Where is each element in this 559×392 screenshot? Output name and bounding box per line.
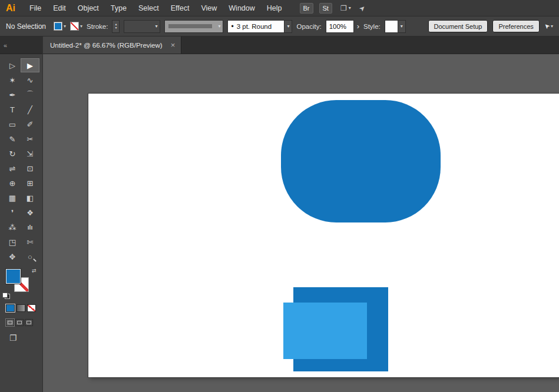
artboard[interactable] bbox=[88, 94, 559, 377]
document-column: Untitled-2* @ 66.67% (RGB/Preview) × bbox=[43, 36, 559, 392]
menu-type[interactable]: Type bbox=[105, 4, 133, 12]
magic-wand-tool[interactable]: ✶ bbox=[4, 74, 21, 87]
color-mode-button[interactable] bbox=[6, 304, 15, 312]
document-tab[interactable]: Untitled-2* @ 66.67% (RGB/Preview) × bbox=[43, 36, 181, 54]
default-fill-stroke-icon[interactable] bbox=[2, 293, 10, 299]
chevron-down-icon: ▾ bbox=[216, 21, 223, 32]
brush-value: 3 pt. Round bbox=[234, 23, 285, 30]
width-profile-preview bbox=[168, 24, 212, 28]
control-bar: No Selection ▾ ▾ Stroke: ▲ ▼ ▾ ▾ • 3 pt.… bbox=[0, 16, 559, 36]
curvature-tool[interactable]: ⌒ bbox=[21, 88, 39, 101]
fill-stroke-indicator: ⇄ bbox=[6, 269, 41, 298]
eyedropper-tool[interactable]: ❜ bbox=[4, 206, 21, 219]
document-tab-bar: Untitled-2* @ 66.67% (RGB/Preview) × bbox=[43, 36, 559, 54]
stroke-weight-stepper[interactable]: ▲ ▼ bbox=[112, 20, 120, 33]
tools-panel-header: « bbox=[0, 36, 42, 54]
menu-file[interactable]: File bbox=[24, 4, 47, 12]
stroke-none-swatch-icon bbox=[70, 22, 79, 31]
mesh-tool[interactable]: ▦ bbox=[4, 191, 21, 204]
artboard-tool[interactable]: ◳ bbox=[4, 235, 21, 248]
lasso-tool[interactable]: ∿ bbox=[21, 74, 39, 87]
slice-tool[interactable]: ✄ bbox=[21, 235, 39, 248]
fill-swatch-icon bbox=[54, 22, 62, 31]
stroke-label: Stroke: bbox=[87, 23, 108, 30]
gpu-performance-icon[interactable]: ➤ bbox=[357, 3, 367, 13]
rectangle-tool[interactable]: ▭ bbox=[4, 118, 21, 131]
illustrator-logo-icon: Ai bbox=[6, 3, 15, 14]
stroke-weight-select[interactable]: ▾ bbox=[124, 20, 160, 33]
scissors-tool[interactable]: ✂ bbox=[21, 132, 39, 145]
preferences-button[interactable]: Preferences bbox=[492, 20, 539, 32]
width-tool[interactable]: ⇌ bbox=[4, 162, 21, 175]
blend-tool[interactable]: ❖ bbox=[21, 206, 39, 219]
canvas-area[interactable] bbox=[43, 54, 559, 392]
collapse-panel-icon[interactable]: « bbox=[4, 42, 7, 49]
selection-tool[interactable]: ▶ bbox=[21, 59, 39, 72]
menu-view[interactable]: View bbox=[195, 4, 223, 12]
direct-selection-tool[interactable]: ▷ bbox=[4, 59, 21, 72]
chevron-down-icon: ▾ bbox=[64, 24, 66, 29]
rotate-tool[interactable]: ↻ bbox=[4, 147, 21, 160]
fill-color-control[interactable]: ▾ bbox=[54, 22, 66, 31]
document-setup-button[interactable]: Document Setup bbox=[428, 20, 488, 32]
none-mode-button[interactable] bbox=[27, 304, 36, 312]
opacity-input[interactable]: 100% bbox=[326, 20, 354, 33]
shape-builder-tool[interactable]: ⊕ bbox=[4, 177, 21, 190]
fill-swatch[interactable] bbox=[6, 269, 21, 284]
symbol-sprayer-tool[interactable]: ⁂ bbox=[4, 221, 21, 234]
workspace-switcher[interactable]: ❐ ▾ bbox=[340, 4, 351, 12]
pointer-icon: ➤ bbox=[543, 22, 552, 31]
brush-select[interactable]: • 3 pt. Round ▾ bbox=[227, 20, 292, 33]
column-graph-tool[interactable]: ılı bbox=[21, 221, 39, 234]
zoom-tool[interactable]: ○ bbox=[21, 250, 39, 263]
pen-tool[interactable]: ✒ bbox=[4, 88, 21, 101]
line-segment-tool[interactable]: ╱ bbox=[21, 103, 39, 116]
perspective-grid-tool[interactable]: ⊞ bbox=[21, 177, 39, 190]
chevron-down-icon: ▾ bbox=[80, 24, 82, 29]
workspace-icon: ❐ bbox=[340, 4, 347, 12]
gradient-tool[interactable]: ◧ bbox=[21, 191, 39, 204]
chevron-down-icon: ▾ bbox=[153, 21, 160, 32]
bridge-button[interactable]: Br bbox=[300, 3, 313, 14]
free-transform-tool[interactable]: ⊡ bbox=[21, 162, 39, 175]
drawing-mode-buttons bbox=[0, 312, 42, 326]
control-bar-right-group: Document Setup Preferences ➤ ▾ bbox=[428, 20, 553, 32]
chevron-down-icon: ▾ bbox=[349, 5, 351, 11]
menu-select[interactable]: Select bbox=[133, 4, 165, 12]
screen-mode-icon[interactable]: ❐ bbox=[9, 333, 21, 343]
gradient-mode-button[interactable] bbox=[16, 304, 25, 312]
style-select[interactable]: ▾ bbox=[385, 20, 406, 33]
tab-title: Untitled-2* @ 66.67% (RGB/Preview) bbox=[50, 42, 163, 49]
tools-grid: ▷ ▶ ✶ ∿ ✒ ⌒ T ╱ ▭ ✐ ✎ ✂ ↻ ⇲ ⇌ ⊡ ⊕ ⊞ ▦ ◧ bbox=[0, 54, 42, 263]
opacity-options-icon[interactable]: › bbox=[357, 22, 359, 31]
opacity-label: Opacity: bbox=[296, 23, 321, 30]
width-profile-select[interactable]: ▾ bbox=[164, 20, 223, 33]
rounded-rectangle-shape[interactable] bbox=[281, 100, 441, 222]
shaper-tool[interactable]: ✎ bbox=[4, 132, 21, 145]
spinner-down-icon: ▼ bbox=[114, 26, 117, 29]
paintbrush-tool[interactable]: ✐ bbox=[21, 118, 39, 131]
menu-object[interactable]: Object bbox=[72, 4, 105, 12]
close-icon[interactable]: × bbox=[171, 41, 176, 49]
brush-dot-icon: • bbox=[228, 23, 233, 30]
menu-help[interactable]: Help bbox=[261, 4, 288, 12]
tools-panel: « ▷ ▶ ✶ ∿ ✒ ⌒ T ╱ ▭ ✐ ✎ ✂ ↻ ⇲ ⇌ ⊡ ⊕ ⊞ bbox=[0, 36, 43, 392]
hand-tool[interactable]: ✥ bbox=[4, 250, 21, 263]
draw-inside-icon[interactable] bbox=[25, 319, 33, 326]
opacity-value: 100% bbox=[326, 23, 353, 30]
menu-edit[interactable]: Edit bbox=[47, 4, 72, 12]
stroke-color-control[interactable]: ▾ bbox=[70, 22, 82, 31]
menu-bar: Ai File Edit Object Type Select Effect V… bbox=[0, 0, 559, 16]
scale-tool[interactable]: ⇲ bbox=[21, 147, 39, 160]
workspace: « ▷ ▶ ✶ ∿ ✒ ⌒ T ╱ ▭ ✐ ✎ ✂ ↻ ⇲ ⇌ ⊡ ⊕ ⊞ bbox=[0, 36, 559, 392]
draw-behind-icon[interactable] bbox=[15, 319, 24, 326]
selection-status: No Selection bbox=[6, 22, 49, 31]
draw-normal-icon[interactable] bbox=[6, 319, 14, 326]
stock-button[interactable]: St bbox=[319, 3, 332, 14]
type-tool[interactable]: T bbox=[4, 103, 21, 116]
menu-window[interactable]: Window bbox=[223, 4, 260, 12]
menu-effect[interactable]: Effect bbox=[165, 4, 196, 12]
select-similar-control[interactable]: ➤ ▾ bbox=[544, 22, 553, 30]
swap-fill-stroke-icon[interactable]: ⇄ bbox=[32, 268, 37, 274]
front-rectangle-shape[interactable] bbox=[283, 303, 367, 359]
